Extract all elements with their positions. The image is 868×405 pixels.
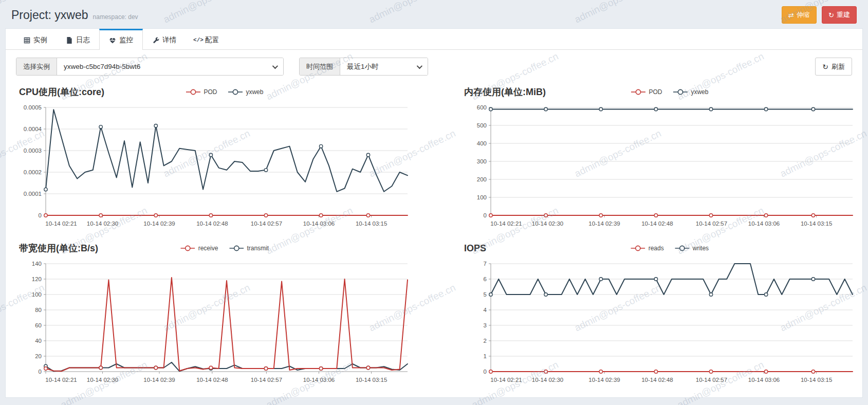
svg-text:80: 80: [35, 307, 42, 313]
tab-label: 监控: [119, 35, 133, 45]
svg-text:4: 4: [484, 307, 487, 313]
svg-text:10-14 02:21: 10-14 02:21: [45, 220, 77, 227]
legend-item-receive[interactable]: receive: [181, 245, 218, 252]
legend-item-POD[interactable]: POD: [186, 88, 217, 96]
svg-text:10-14 03:15: 10-14 03:15: [356, 377, 387, 383]
tab-logs[interactable]: 日志: [57, 29, 99, 49]
svg-text:100: 100: [32, 291, 42, 298]
legend-item-yxweb[interactable]: yxweb: [673, 88, 708, 96]
svg-text:10-14 02:48: 10-14 02:48: [641, 377, 673, 383]
svg-text:10-14 03:06: 10-14 03:06: [748, 377, 780, 383]
svg-text:10-14 02:30: 10-14 02:30: [87, 220, 118, 227]
svg-text:0.0002: 0.0002: [24, 169, 42, 175]
chart-title: CPU使用(单位:core): [19, 86, 104, 98]
svg-text:600: 600: [477, 104, 487, 111]
chart-legend: receivetransmit: [181, 245, 269, 252]
chart-head: IOPS readswrites: [464, 239, 860, 257]
legend-item-yxweb[interactable]: yxweb: [228, 88, 263, 96]
svg-text:10-14 03:15: 10-14 03:15: [801, 377, 832, 383]
chart-head: CPU使用(单位:core) PODyxweb: [19, 83, 415, 101]
arrows-horizontal-icon: ⇄: [788, 12, 794, 19]
wrench-icon: [152, 36, 159, 44]
svg-text:40: 40: [35, 338, 42, 344]
svg-text:140: 140: [32, 261, 42, 267]
legend-item-POD[interactable]: POD: [631, 88, 662, 96]
svg-text:0.0004: 0.0004: [24, 126, 42, 132]
legend-marker-icon: [186, 89, 200, 95]
iops-line-chart: 0123456710-14 02:2110-14 02:3010-14 02:3…: [464, 257, 860, 386]
instance-select-label: 选择实例: [16, 58, 57, 75]
bandwidth-line-chart: 02040608010012014010-14 02:2110-14 02:30…: [19, 257, 415, 386]
svg-text:10-14 03:15: 10-14 03:15: [356, 220, 387, 227]
legend-label: receive: [198, 245, 218, 252]
svg-text:5: 5: [484, 291, 487, 298]
legend-label: transmit: [247, 245, 269, 252]
rebuild-button-label: 重建: [837, 10, 850, 20]
tab-instances[interactable]: 实例: [14, 29, 57, 49]
legend-label: yxweb: [691, 88, 708, 96]
legend-item-writes[interactable]: writes: [675, 245, 709, 252]
svg-text:400: 400: [477, 140, 487, 146]
svg-text:10-14 02:57: 10-14 02:57: [696, 220, 727, 227]
legend-label: yxweb: [246, 88, 263, 96]
legend-item-reads[interactable]: reads: [631, 245, 664, 252]
legend-marker-icon: [181, 245, 195, 251]
instance-select-group: 选择实例 yxweb-c5bc7d94b-5bwt6: [16, 58, 284, 76]
tab-monitoring[interactable]: 监控: [99, 29, 143, 50]
refresh-icon: ↻: [822, 63, 828, 71]
chart-head: 带宽使用(单位:B/s) receivetransmit: [19, 239, 415, 257]
svg-text:0.0001: 0.0001: [24, 191, 42, 197]
chart-legend: PODyxweb: [186, 88, 263, 96]
svg-text:10-14 02:21: 10-14 02:21: [490, 220, 522, 227]
page-header: Project: yxweb namespace: dev ⇄ 伸缩 ↻ 重建: [0, 0, 868, 28]
file-icon: [66, 36, 73, 44]
time-range-value: 最近1小时: [347, 62, 379, 71]
svg-text:10-14 02:39: 10-14 02:39: [143, 377, 175, 383]
svg-text:10-14 02:57: 10-14 02:57: [251, 377, 282, 383]
page-title: Project: yxweb: [11, 8, 88, 22]
svg-text:0: 0: [484, 212, 487, 218]
svg-text:10-14 02:30: 10-14 02:30: [532, 220, 563, 227]
svg-text:10-14 02:48: 10-14 02:48: [196, 220, 228, 227]
rebuild-button[interactable]: ↻ 重建: [822, 6, 857, 24]
title-wrap: Project: yxweb namespace: dev: [11, 8, 138, 22]
svg-text:200: 200: [477, 176, 487, 182]
chart-panel-iops: IOPS readswrites 0123456710-14 02:2110-1…: [464, 239, 860, 386]
chart-panel-bandwidth: 带宽使用(单位:B/s) receivetransmit 02040608010…: [19, 239, 415, 386]
svg-text:10-14 03:06: 10-14 03:06: [303, 377, 335, 383]
svg-text:10-14 02:30: 10-14 02:30: [532, 377, 563, 383]
chart-panel-cpu: CPU使用(单位:core) PODyxweb 00.00010.00020.0…: [19, 83, 415, 230]
header-actions: ⇄ 伸缩 ↻ 重建: [782, 6, 857, 24]
legend-label: writes: [693, 245, 709, 252]
memory-line-chart: 010020030040050060010-14 02:2110-14 02:3…: [464, 101, 860, 230]
svg-text:10-14 02:39: 10-14 02:39: [143, 220, 175, 227]
tab-details[interactable]: 详情: [143, 29, 186, 49]
legend-marker-icon: [228, 89, 243, 95]
tab-bar: 实例 日志 监控 详情 </> 配置: [6, 29, 862, 50]
cpu-line-chart: 00.00010.00020.00030.00040.000510-14 02:…: [19, 101, 415, 230]
svg-text:10-14 03:15: 10-14 03:15: [801, 220, 832, 227]
legend-label: POD: [204, 88, 217, 96]
svg-text:0: 0: [484, 369, 487, 375]
legend-marker-icon: [229, 245, 244, 251]
svg-text:10-14 02:39: 10-14 02:39: [588, 220, 620, 227]
svg-text:100: 100: [477, 194, 487, 200]
svg-text:500: 500: [477, 122, 487, 128]
instance-select[interactable]: yxweb-c5bc7d94b-5bwt6: [57, 58, 283, 75]
tab-label: 日志: [76, 35, 90, 45]
refresh-button[interactable]: ↻ 刷新: [815, 58, 852, 76]
chart-title: 内存使用(单位:MiB): [464, 86, 546, 98]
legend-marker-icon: [631, 89, 645, 95]
namespace-label: namespace: dev: [93, 13, 138, 21]
code-icon: </>: [195, 36, 202, 44]
chevron-down-icon: [272, 63, 278, 68]
legend-item-transmit[interactable]: transmit: [229, 245, 269, 252]
legend-label: POD: [649, 88, 662, 96]
time-range-select[interactable]: 最近1小时: [340, 58, 428, 75]
svg-text:300: 300: [477, 158, 487, 164]
svg-text:3: 3: [484, 322, 487, 328]
svg-text:0.0005: 0.0005: [24, 104, 42, 111]
tab-config[interactable]: </> 配置: [186, 29, 228, 49]
svg-text:7: 7: [484, 261, 487, 267]
scale-button[interactable]: ⇄ 伸缩: [782, 6, 817, 24]
